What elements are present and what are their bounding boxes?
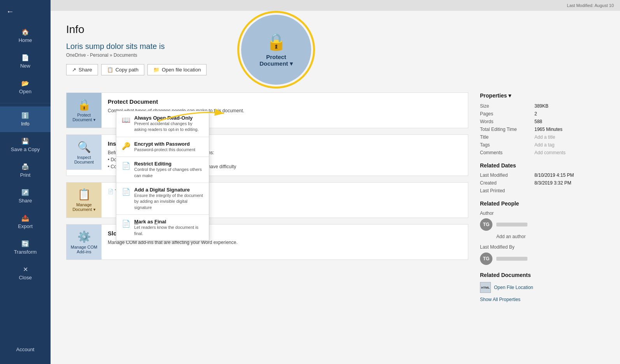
sidebar-export-label: Export xyxy=(18,223,33,229)
dropdown-item-digital-sig[interactable]: 📄 Add a Digital Signature Ensure the int… xyxy=(116,183,209,214)
sidebar-item-save-copy[interactable]: 💾 Save a Copy xyxy=(0,132,51,158)
protect-document-icon-area[interactable]: 🔒 Protect Document ▾ xyxy=(67,93,102,128)
sidebar-item-transform[interactable]: 🔄 Transform xyxy=(0,235,51,260)
restrict-icon: 📄 xyxy=(122,162,130,170)
print-icon: 🖨️ xyxy=(21,163,29,171)
digital-sig-icon: 📄 xyxy=(122,188,130,196)
related-people-header: Related People xyxy=(480,200,604,207)
restrict-title: Restrict Editing xyxy=(134,161,203,167)
prop-value-title[interactable]: Add a title xyxy=(534,134,555,140)
dropdown-item-encrypt[interactable]: 🔑 Encrypt with Password Password-protect… xyxy=(116,137,209,157)
digital-sig-text: Add a Digital Signature Ensure the integ… xyxy=(134,187,203,211)
prop-row-author: Author xyxy=(480,211,604,216)
prop-value-tags[interactable]: Add a tag xyxy=(534,142,554,148)
mark-final-text: Mark as Final Let readers know the docum… xyxy=(134,219,203,237)
prop-value-words: 588 xyxy=(534,119,542,124)
digital-sig-title: Add a Digital Signature xyxy=(134,187,203,193)
sidebar-item-info[interactable]: ℹ️ Info xyxy=(0,106,51,132)
close-icon: ✕ xyxy=(23,266,28,273)
related-doc-item: HTML Open File Location xyxy=(480,282,604,293)
prop-value-comments[interactable]: Add comments xyxy=(534,150,566,155)
sidebar-print-label: Print xyxy=(20,172,31,178)
open-file-location-button[interactable]: 📁 Open file location xyxy=(147,64,207,75)
add-author-link[interactable]: Add an author xyxy=(496,234,604,239)
encrypt-text: Encrypt with Password Password-protect t… xyxy=(134,141,203,153)
no-unsaved-icon: 📄 xyxy=(108,189,114,194)
share-btn-icon: ↗ xyxy=(72,67,76,73)
document-breadcrumb: OneDrive - Personal » Documents xyxy=(66,52,604,58)
dropdown-item-mark-final[interactable]: 📄 Mark as Final Let readers know the doc… xyxy=(116,215,209,240)
manage-document-icon-label: Manage Document ▾ xyxy=(70,202,98,212)
com-addins-icon-label: Manage COMAdd-ins xyxy=(71,245,97,254)
last-modified-by-avatar: TG xyxy=(480,253,492,265)
prop-row-last-printed: Last Printed xyxy=(480,188,604,193)
last-modified-text: Last Modified: August 10 xyxy=(567,3,614,8)
inspect-icon: 🔍 xyxy=(77,141,91,153)
new-icon: 📄 xyxy=(21,54,29,61)
prop-row-comments: Comments Add comments xyxy=(480,150,604,155)
prop-label-words: Words xyxy=(480,119,534,124)
connector-arrow xyxy=(146,102,243,125)
copy-path-button[interactable]: 📋 Copy path xyxy=(101,64,144,75)
author-initials: TG xyxy=(483,222,490,227)
restrict-text: Restrict Editing Control the types of ch… xyxy=(134,161,203,179)
author-avatar: TG xyxy=(480,218,492,231)
sidebar-item-home[interactable]: 🏠 Home xyxy=(0,23,51,49)
export-icon: 📤 xyxy=(21,214,29,222)
related-dates-header: Related Dates xyxy=(480,162,604,169)
open-location-icon: 📁 xyxy=(153,67,159,73)
manage-icon: 📋 xyxy=(77,188,91,201)
share-button[interactable]: ↗ Share xyxy=(66,64,98,75)
sidebar-open-label: Open xyxy=(19,89,32,94)
show-all-properties-link[interactable]: Show All Properties xyxy=(480,297,604,302)
author-row: TG xyxy=(480,218,604,231)
encrypt-desc: Password-protect this document xyxy=(134,147,203,153)
sidebar-close-label: Close xyxy=(19,275,32,280)
inspect-document-icon-area[interactable]: 🔍 InspectDocument xyxy=(67,135,102,170)
document-title: Loris sump dolor sits mate is xyxy=(66,42,604,51)
prop-label-title: Title xyxy=(480,134,534,140)
sidebar-item-export[interactable]: 📤 Export xyxy=(0,209,51,235)
prop-label-size: Size xyxy=(480,103,534,109)
sidebar-account-label: Account xyxy=(16,347,35,352)
sidebar-item-print[interactable]: 🖨️ Print xyxy=(0,158,51,183)
prop-label-pages: Pages xyxy=(480,111,534,117)
sidebar-item-new[interactable]: 📄 New xyxy=(0,49,51,74)
document-actions: ↗ Share 📋 Copy path 📁 Open file location xyxy=(66,64,604,75)
dropdown-item-restrict[interactable]: 📄 Restrict Editing Control the types of … xyxy=(116,157,209,183)
properties-table: Size 389KB Pages 2 Words 588 Total Editi… xyxy=(480,103,604,155)
last-modified-by-initials: TG xyxy=(483,256,490,261)
sidebar-item-open[interactable]: 📂 Open xyxy=(0,74,51,100)
main-content: Last Modified: August 10 Info Loris sump… xyxy=(51,0,620,364)
manage-document-icon-area[interactable]: 📋 Manage Document ▾ xyxy=(67,183,102,218)
sidebar-item-close[interactable]: ✕ Close xyxy=(0,260,51,286)
prop-label-tags: Tags xyxy=(480,142,534,148)
mark-final-title: Mark as Final xyxy=(134,219,203,225)
prop-value-editing-time: 1965 Minutes xyxy=(534,127,562,132)
prop-row-editing-time: Total Editing Time 1965 Minutes xyxy=(480,127,604,132)
zoom-label: ProtectDocument ▾ xyxy=(259,54,293,67)
prop-value-last-modified: 8/10/2019 4:15 PM xyxy=(534,172,574,178)
prop-label-author: Author xyxy=(480,211,534,216)
info-icon: ℹ️ xyxy=(21,112,29,119)
lock-icon: 🔒 xyxy=(77,98,91,111)
back-button[interactable]: ← xyxy=(0,0,51,23)
save-copy-icon: 💾 xyxy=(21,138,29,145)
transform-icon: 🔄 xyxy=(21,240,29,247)
sidebar-share-label: Share xyxy=(19,198,32,204)
sidebar-save-copy-label: Save a Copy xyxy=(11,146,40,152)
encrypt-icon: 🔑 xyxy=(122,142,130,150)
mark-final-icon: 📄 xyxy=(122,219,130,228)
sidebar-item-account[interactable]: Account xyxy=(0,341,51,358)
com-addins-icon-area[interactable]: ⚙️ Manage COMAdd-ins xyxy=(67,225,102,260)
prop-row-pages: Pages 2 xyxy=(480,111,604,117)
zoom-circle-overlay: 🔒 ProtectDocument ▾ xyxy=(237,11,315,89)
related-documents-header: Related Documents xyxy=(480,272,604,278)
open-file-location-link[interactable]: Open File Location xyxy=(494,285,533,290)
page-title: Info xyxy=(66,23,604,36)
prop-label-created: Created xyxy=(480,180,534,186)
encrypt-title: Encrypt with Password xyxy=(134,141,203,147)
sidebar-item-share[interactable]: ↗️ Share xyxy=(0,183,51,209)
author-name-bar xyxy=(496,223,527,226)
prop-value-pages: 2 xyxy=(534,111,537,117)
